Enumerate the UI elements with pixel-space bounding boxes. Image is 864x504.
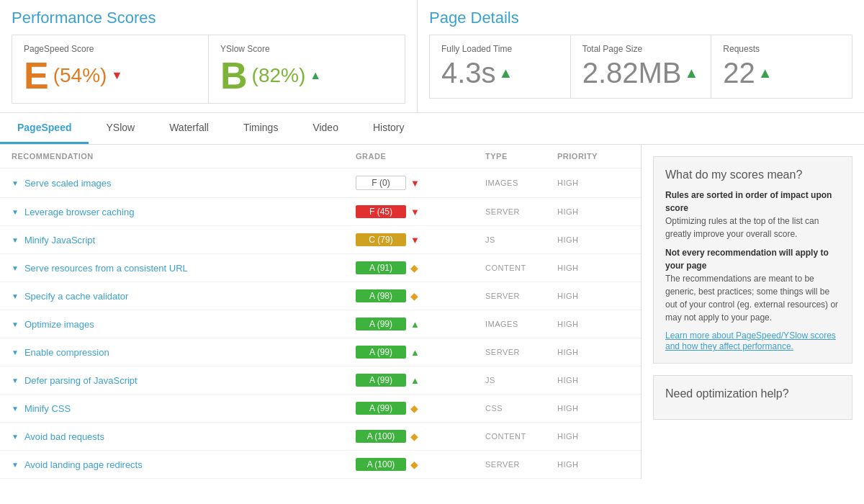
- sidebar-optimization-box: Need optimization help?: [653, 375, 852, 420]
- requests-trend-icon: ▲: [758, 65, 773, 81]
- sidebar-box1-para1-bold: Rules are sorted in order of impact upon…: [665, 190, 832, 213]
- chevron-down-icon: ▼: [12, 208, 19, 216]
- grade-bar: F (45) ▼: [356, 205, 485, 218]
- type-label: SERVER: [485, 207, 557, 216]
- chevron-down-icon: ▼: [12, 264, 19, 272]
- grade-pill: A (99): [356, 318, 406, 330]
- pagespeed-pct: (54%): [53, 64, 107, 87]
- grade-pill: A (100): [356, 430, 406, 443]
- rec-name[interactable]: ▼ Defer parsing of JavaScript: [12, 375, 356, 386]
- grade-bar: A (99) ▲: [356, 374, 485, 387]
- requests-value: 22 ▲: [723, 57, 840, 89]
- grade-pill: A (99): [356, 346, 406, 359]
- type-label: JS: [485, 235, 557, 244]
- grade-pill: A (98): [356, 289, 406, 302]
- tab-history[interactable]: History: [356, 113, 422, 144]
- fully-loaded-number: 4.3s: [441, 57, 496, 89]
- grade-bar: C (79) ▼: [356, 233, 485, 246]
- type-label: SERVER: [485, 460, 557, 469]
- fully-loaded-label: Fully Loaded Time: [441, 44, 559, 54]
- page-details-section: Page Details Fully Loaded Time 4.3s ▲ To…: [418, 0, 864, 112]
- rec-name[interactable]: ▼ Specify a cache validator: [12, 291, 356, 302]
- grade-bar: A (100) ◆: [356, 430, 485, 443]
- tab-timings[interactable]: Timings: [226, 113, 296, 144]
- tab-pagespeed[interactable]: PageSpeed: [0, 113, 89, 144]
- tab-waterfall[interactable]: Waterfall: [152, 113, 226, 144]
- rec-name-text: Serve resources from a consistent URL: [24, 263, 188, 274]
- rec-name-text: Leverage browser caching: [24, 207, 134, 217]
- trend-down-icon: ▼: [410, 178, 420, 189]
- chevron-down-icon: ▼: [12, 236, 19, 244]
- type-label: IMAGES: [485, 179, 557, 187]
- pagespeed-trend-icon[interactable]: ▼: [111, 69, 122, 82]
- priority-label: HIGH: [557, 264, 629, 272]
- rec-name-text: Avoid bad requests: [24, 431, 104, 442]
- sidebar-box1-para2-bold: Not every recommendation will apply to y…: [665, 248, 829, 271]
- rec-name[interactable]: ▼ Optimize images: [12, 319, 356, 330]
- priority-label: HIGH: [557, 404, 629, 413]
- table-row: ▼ Optimize images A (99) ▲ IMAGES HIGH: [0, 310, 641, 338]
- rec-name[interactable]: ▼ Serve scaled images: [12, 178, 356, 189]
- priority-label: HIGH: [557, 292, 629, 300]
- rec-name[interactable]: ▼ Enable compression: [12, 347, 356, 358]
- rec-name[interactable]: ▼ Leverage browser caching: [12, 207, 356, 217]
- rec-name[interactable]: ▼ Avoid landing page redirects: [12, 459, 356, 470]
- grade-pill: F (0): [356, 176, 406, 190]
- yslow-trend-icon[interactable]: ▲: [310, 69, 321, 82]
- details-container: Fully Loaded Time 4.3s ▲ Total Page Size…: [429, 35, 852, 99]
- trend-down-icon: ▼: [410, 207, 420, 217]
- grade-pill: A (100): [356, 458, 406, 471]
- rec-name-text: Avoid landing page redirects: [24, 459, 143, 470]
- tab-video[interactable]: Video: [295, 113, 356, 144]
- yslow-score-box: YSlow Score B (82%) ▲: [209, 35, 405, 103]
- scores-container: PageSpeed Score E (54%) ▼ YSlow Score B …: [12, 35, 405, 104]
- rec-name[interactable]: ▼ Minify JavaScript: [12, 235, 356, 246]
- grade-bar: F (0) ▼: [356, 176, 485, 190]
- rec-name[interactable]: ▼ Minify CSS: [12, 403, 356, 414]
- diamond-icon: ◆: [410, 262, 418, 274]
- chevron-down-icon: ▼: [12, 179, 19, 187]
- sidebar-box1-para2-text: The recommendations are meant to be gene…: [665, 274, 838, 323]
- fully-loaded-trend-icon: ▲: [499, 65, 513, 81]
- rec-name[interactable]: ▼ Serve resources from a consistent URL: [12, 263, 356, 274]
- rec-name-text: Specify a cache validator: [24, 291, 129, 302]
- chevron-down-icon: ▼: [12, 292, 19, 300]
- sidebar-box2-title: Need optimization help?: [665, 387, 840, 400]
- type-label: CONTENT: [485, 432, 557, 441]
- main-content: RECOMMENDATION GRADE TYPE PRIORITY ▼ Ser…: [0, 145, 864, 479]
- sidebar-learn-more-link[interactable]: Learn more about PageSpeed/YSlow scores …: [665, 330, 836, 351]
- priority-label: HIGH: [557, 348, 629, 356]
- trend-up-icon: ▲: [410, 375, 420, 386]
- type-label: SERVER: [485, 348, 557, 356]
- grade-bar: A (98) ◆: [356, 289, 485, 302]
- rec-name-text: Defer parsing of JavaScript: [24, 375, 138, 386]
- grade-bar: A (99) ▲: [356, 346, 485, 359]
- total-size-box: Total Page Size 2.82MB ▲: [571, 35, 712, 98]
- grade-bar: A (91) ◆: [356, 261, 485, 274]
- pagespeed-grade: E: [24, 57, 49, 94]
- rec-rows-container: ▼ Serve scaled images F (0) ▼ IMAGES HIG…: [0, 168, 641, 479]
- rec-name-text: Optimize images: [24, 319, 94, 330]
- yslow-label: YSlow Score: [220, 44, 393, 54]
- chevron-down-icon: ▼: [12, 461, 19, 469]
- recommendations-section: RECOMMENDATION GRADE TYPE PRIORITY ▼ Ser…: [0, 145, 641, 479]
- sidebar: What do my scores mean? Rules are sorted…: [641, 145, 864, 479]
- diamond-icon: ◆: [410, 290, 418, 302]
- chevron-down-icon: ▼: [12, 320, 19, 328]
- col-priority: PRIORITY: [557, 152, 629, 161]
- fully-loaded-box: Fully Loaded Time 4.3s ▲: [430, 35, 571, 98]
- rec-name-text: Minify JavaScript: [24, 235, 95, 246]
- tabs-section: PageSpeedYSlowWaterfallTimingsVideoHisto…: [0, 113, 864, 145]
- rec-name-text: Serve scaled images: [24, 178, 112, 189]
- table-row: ▼ Serve resources from a consistent URL …: [0, 254, 641, 282]
- table-row: ▼ Specify a cache validator A (98) ◆ SER…: [0, 282, 641, 310]
- yslow-grade: B: [220, 57, 248, 94]
- tab-yslow[interactable]: YSlow: [89, 113, 152, 144]
- rec-name-text: Minify CSS: [24, 403, 71, 414]
- type-label: CONTENT: [485, 264, 557, 272]
- chevron-down-icon: ▼: [12, 405, 19, 413]
- table-row: ▼ Enable compression A (99) ▲ SERVER HIG…: [0, 338, 641, 366]
- priority-label: HIGH: [557, 320, 629, 328]
- trend-down-icon: ▼: [410, 235, 420, 246]
- rec-name[interactable]: ▼ Avoid bad requests: [12, 431, 356, 442]
